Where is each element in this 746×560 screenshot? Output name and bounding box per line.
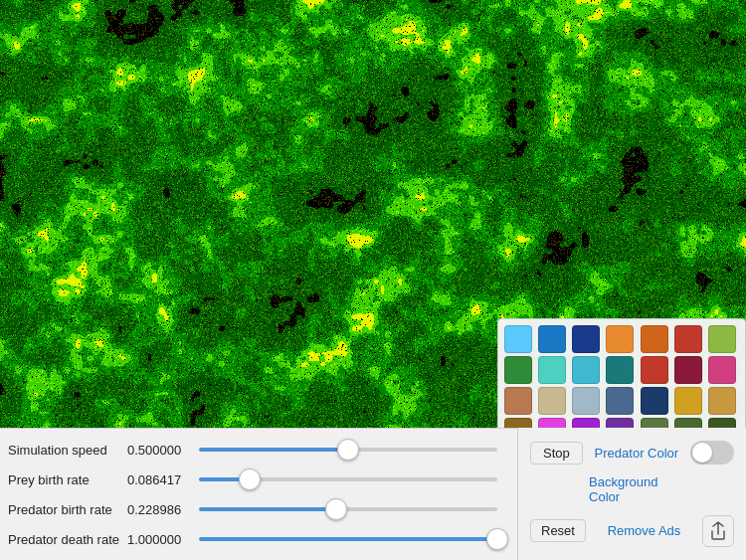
predator-color-toggle[interactable]: [690, 441, 734, 465]
predator-birth-rate-row: Predator birth rate 0.228986: [0, 495, 517, 523]
simulation-speed-label: Simulation speed: [8, 443, 127, 458]
prey-birth-rate-track: [199, 477, 497, 481]
predator-death-rate-track: [199, 537, 497, 541]
predator-birth-rate-value: 0.228986: [127, 502, 199, 517]
color-swatch-7[interactable]: [504, 356, 532, 384]
color-swatch-17[interactable]: [606, 387, 634, 415]
color-swatch-0[interactable]: [504, 325, 532, 353]
prey-birth-rate-row: Prey birth rate 0.086417: [0, 466, 517, 493]
reset-remove-ads-row: Reset Remove Ads: [530, 515, 734, 547]
background-color-row: Background Color: [530, 474, 734, 504]
predator-death-rate-row: Predator death rate 1.000000: [0, 525, 517, 553]
controls-bar: Simulation speed 0.500000 Prey birth rat…: [0, 428, 517, 560]
remove-ads-link[interactable]: Remove Ads: [608, 523, 681, 538]
predator-birth-rate-thumb[interactable]: [325, 498, 347, 520]
color-swatch-3[interactable]: [606, 325, 634, 353]
color-swatch-20[interactable]: [708, 387, 736, 415]
prey-birth-rate-label: Prey birth rate: [8, 472, 127, 487]
predator-birth-rate-track: [199, 507, 497, 511]
prey-birth-rate-thumb[interactable]: [239, 468, 261, 490]
color-swatch-12[interactable]: [674, 356, 702, 384]
stop-predator-color-row: Stop Predator Color: [530, 441, 734, 465]
share-button[interactable]: [702, 515, 734, 547]
color-swatch-13[interactable]: [708, 356, 736, 384]
predator-death-rate-label: Predator death rate: [8, 532, 127, 547]
color-swatch-1[interactable]: [538, 325, 566, 353]
prey-birth-rate-value: 0.086417: [127, 472, 199, 487]
stop-button[interactable]: Stop: [530, 442, 583, 465]
color-swatch-4[interactable]: [641, 325, 668, 353]
right-controls-panel: Stop Predator Color Background Color Res…: [517, 428, 746, 560]
simulation-speed-thumb[interactable]: [337, 439, 359, 461]
color-swatch-10[interactable]: [606, 356, 634, 384]
predator-color-link[interactable]: Predator Color: [595, 446, 679, 461]
share-icon: [710, 521, 726, 541]
simulation-speed-value: 0.500000: [127, 443, 199, 458]
predator-death-rate-thumb[interactable]: [486, 528, 508, 550]
reset-button[interactable]: Reset: [530, 519, 586, 542]
color-swatch-14[interactable]: [504, 387, 532, 415]
simulation-speed-track: [199, 448, 497, 452]
color-swatch-18[interactable]: [641, 387, 668, 415]
simulation-speed-row: Simulation speed 0.500000: [0, 436, 517, 464]
background-color-link[interactable]: Background Color: [589, 474, 691, 504]
color-swatch-11[interactable]: [641, 356, 668, 384]
color-swatch-6[interactable]: [708, 325, 736, 353]
color-swatch-9[interactable]: [572, 356, 600, 384]
color-swatch-2[interactable]: [572, 325, 600, 353]
predator-death-rate-value: 1.000000: [127, 532, 199, 547]
predator-birth-rate-label: Predator birth rate: [8, 502, 127, 517]
color-swatch-5[interactable]: [674, 325, 702, 353]
color-swatch-8[interactable]: [538, 356, 566, 384]
color-swatch-19[interactable]: [674, 387, 702, 415]
color-swatch-15[interactable]: [538, 387, 566, 415]
color-swatch-16[interactable]: [572, 387, 600, 415]
